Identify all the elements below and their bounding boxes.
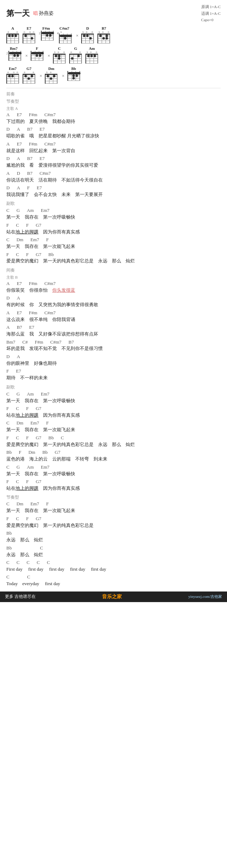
lyric-19: 站在地上的脚踝 因为你而有真实感 <box>6 412 221 419</box>
footer-url[interactable]: yinyuezj.com/吉他家 <box>188 594 222 599</box>
lyric-10: 爱是腾空的魔幻 第一天的纯真色彩它总是 永远 那么 灿烂 <box>6 257 221 264</box>
meta-shiyong: 适调 1=A-C <box>201 10 221 17</box>
label-prelude: 前奏 <box>6 91 221 97</box>
meta-yuediao: 原调 1=A-C <box>201 4 221 10</box>
lyric-2: 唱歌的雀 哦 把星星都吵醒 月光晒了很凉快 <box>6 132 221 139</box>
lyric-25: 第一天 我存在 第一次能飞起来 <box>6 507 221 514</box>
footer: 更多 吉他谱尽在 音乐之家 yinyuezj.com/吉他家 <box>0 591 227 602</box>
lyric-8: 站在地上的脚踝 因为你而有真实感 <box>6 228 221 236</box>
lyric-20: 第一天 我存在 第一次能飞起来 <box>6 426 221 433</box>
chords-22: Bb F Dm Bb G7 <box>6 450 221 456</box>
block-12: D A 有的时候 你 又突然为我的事情变得很勇敢 <box>6 295 221 308</box>
label-chorus-2: 副歌 <box>6 384 221 390</box>
label-verse-b: 主歌 B <box>6 275 221 280</box>
lyric-30: Today everyday first day <box>6 580 221 587</box>
lyric-27: 永远 那么 灿烂 <box>6 536 221 543</box>
block-22: Bb F Dm Bb G7 蓝色的港 海上的云 云的那端 不转弯 到未来 <box>6 450 221 462</box>
x-label-3: × <box>48 53 50 59</box>
block-28: Bb C 永远 那么 灿烂 <box>6 545 221 558</box>
block-9: C Dm Em7 F 第一天 我存在 第一次能飞起来 <box>6 237 221 250</box>
chords-1: A E7 F#m C#m7 <box>6 112 221 118</box>
meta-capo: Capo=0 <box>201 17 221 23</box>
chord-Bm7: Bm7 2 <box>6 46 21 61</box>
lyric-4: 尴尬的我 看 爱溲得很望学的你其实很可爱 <box>6 162 221 169</box>
chords-24: F C F G7 <box>6 479 221 485</box>
chord-F: F <box>31 46 43 61</box>
lyric-21: 爱是腾空的魔幻 第一天的纯真色彩它总是 永远 那么 灿烂 <box>6 441 221 448</box>
block-3: A E7 F#m C#m7 就是这样 回忆起来 第一次背自 <box>6 141 221 154</box>
block-29: C C C C C First day first day first day … <box>6 560 221 572</box>
lyric-18: 第一天 我存在 第一次呼吸畅快 <box>6 397 221 404</box>
chord-row-3: Em7 ooo G7 oo <box>6 66 221 85</box>
block-19: F C F G7 站在地上的脚踝 因为你而有真实感 <box>6 406 221 418</box>
block-26: F C F G7 爱是腾空的魔幻 第一天的纯真色彩它总是 <box>6 516 221 529</box>
block-2: D A B7 E7 唱歌的雀 哦 把星星都吵醒 月光晒了很凉快 <box>6 126 221 139</box>
block-16: D A 你的眼神里 好像也期待 <box>6 354 221 367</box>
x-label-5: × <box>62 73 64 79</box>
footer-left-text: 更多 吉他谱尽在 <box>5 594 36 600</box>
chords-11: A E7 F#m C#m7 <box>6 281 221 287</box>
chord-B7: B7 xoo <box>97 26 110 43</box>
footer-brand[interactable]: 音乐之家 <box>102 594 122 600</box>
lyric-13: 这么说来 很不单纯 你陪我背诵 <box>6 316 221 323</box>
lyric-22: 蓝色的港 海上的云 云的那端 不转弯 到未来 <box>6 456 221 463</box>
block-6: D A F E7 我说我懂了 会不会太快 未来 第一天要展开 <box>6 185 221 198</box>
label-verse-a: 主歌 A <box>6 106 221 111</box>
lyric-7: 第一天 我存在 第一次呼吸畅快 <box>6 214 221 221</box>
lyric-28: 永远 那么 灿烂 <box>6 551 221 558</box>
chords-21: F C F G7 Bb C <box>6 435 221 441</box>
singer-icon: 唱 <box>33 10 38 17</box>
divider-1 <box>6 88 221 88</box>
x-label-4: × <box>40 73 42 79</box>
lyric-17: 期待 不一样的未来 <box>6 374 221 381</box>
block-7: C G Am Em7 第一天 我存在 第一次呼吸畅快 <box>6 208 221 220</box>
lyric-29: First day first day first day first day … <box>6 566 221 573</box>
block-23: C G Am Em7 第一天 我存在 第一次呼吸畅快 <box>6 464 221 477</box>
block-20: C Dm Em7 F 第一天 我存在 第一次能飞起来 <box>6 420 221 433</box>
chords-7: C G Am Em7 <box>6 208 221 214</box>
chord-Csm7: C#m7 4 x <box>57 26 72 43</box>
block-13: A E7 F#m C#m7 这么说来 很不单纯 你陪我背诵 <box>6 310 221 323</box>
chords-29: C C C C C <box>6 560 221 566</box>
label-chorus-1: 副歌 <box>6 201 221 207</box>
chords-10: F C F G7 Bb <box>6 252 221 258</box>
chords-27: Bb <box>6 530 221 536</box>
label-rhythm2: 节奏型 <box>6 494 221 500</box>
block-17: F E7 期待 不一样的未来 <box>6 368 221 381</box>
lyric-3: 就是这样 回忆起来 第一次背自 <box>6 147 221 154</box>
lyric-14: 海那么蓝 我 又好像不应该把你想得有点坏 <box>6 331 221 338</box>
chords-19: F C F G7 <box>6 406 221 412</box>
chord-Em7: Em7 ooo <box>6 66 19 84</box>
chord-Dm: Dm xo <box>45 66 58 84</box>
chords-18: C G Am Em7 <box>6 391 221 397</box>
chord-row-1: A oo E7 ooo <box>6 26 221 45</box>
block-27: Bb 永远 那么 灿烂 <box>6 530 221 543</box>
block-14: A B7 E7 海那么蓝 我 又好像不应该把你想得有点坏 <box>6 325 221 337</box>
singer-name: 孙燕姿 <box>39 10 54 17</box>
chords-16: D A <box>6 354 221 360</box>
chords-15: Bm7 C# F#m C#m7 B7 <box>6 339 221 345</box>
chords-6: D A F E7 <box>6 185 221 191</box>
label-interlude: 间奏 <box>6 267 221 273</box>
lyric-24: 站在地上的脚踝 因为你而有真实感 <box>6 485 221 492</box>
chords-14: A B7 E7 <box>6 325 221 331</box>
lyric-12: 有的时候 你 又突然为我的事情变得很勇敢 <box>6 301 221 308</box>
chord-C: C xoo <box>53 46 66 64</box>
chords-4: D A B7 E7 <box>6 156 221 162</box>
lyrics-section: 前奏 节奏型 主歌 A A E7 F#m C#m7 下过雨的 夏天傍晚 我都会期… <box>6 91 221 587</box>
chord-G7: G7 oo <box>23 66 35 84</box>
x-label-1: × <box>76 33 78 38</box>
block-21: F C F G7 Bb C 爱是腾空的魔幻 第一天的纯真色彩它总是 永远 那么 … <box>6 435 221 448</box>
lyric-26: 爱是腾空的魔幻 第一天的纯真色彩它总是 <box>6 522 221 529</box>
lyric-11: 你假装笑 你很奈怡 你头发很蓝 <box>6 287 221 294</box>
block-10: F C F G7 Bb 爱是腾空的魔幻 第一天的纯真色彩它总是 永远 那么 灿烂 <box>6 252 221 264</box>
x-label-2: × <box>25 53 28 59</box>
chords-3: A E7 F#m C#m7 <box>6 141 221 147</box>
block-11: A E7 F#m C#m7 你假装笑 你很奈怡 你头发很蓝 <box>6 281 221 293</box>
singer-area: 唱 孙燕姿 <box>33 10 54 17</box>
block-4: D A B7 E7 尴尬的我 看 爱溲得很望学的你其实很可爱 <box>6 156 221 168</box>
chords-13: A E7 F#m C#m7 <box>6 310 221 316</box>
chords-8: F C F G7 <box>6 222 221 228</box>
chord-D: D xoo <box>81 26 94 43</box>
song-title: 第一天 <box>6 8 30 19</box>
